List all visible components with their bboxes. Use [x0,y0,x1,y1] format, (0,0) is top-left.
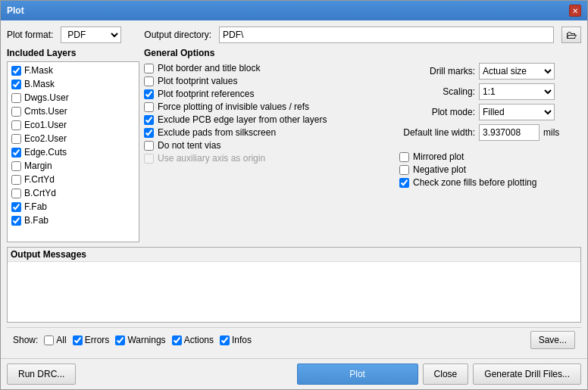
format-select[interactable]: PDF SVG PS DXF HPGL Gerber [61,27,121,43]
option-checkbox-exclude_pads[interactable] [144,128,154,138]
layer-name: Margin [24,161,52,171]
option-checkbox-exclude_pcb_edge[interactable] [144,115,154,125]
layer-checkbox[interactable] [11,175,21,185]
layer-item[interactable]: Dwgs.User [9,91,137,105]
layer-checkbox[interactable] [11,161,21,171]
field-label: Scaling: [399,86,475,97]
option-label-use_aux_axis: Use auxiliary axis as origin [158,153,265,164]
left-panel: Included Layers F.MaskB.MaskDwgs.UserCmt… [7,48,139,242]
browse-folder-button[interactable]: 🗁 [561,27,581,43]
layer-item[interactable]: B.CrtYd [9,186,137,200]
layer-item[interactable]: Cmts.User [9,105,137,118]
layer-name: Eco1.User [24,120,67,130]
layer-checkbox[interactable] [11,107,21,117]
field-select[interactable]: FilledSketch [479,104,555,120]
layer-item[interactable]: B.Mask [9,77,137,91]
field-select[interactable]: 1:11:22:1 [479,83,555,100]
option-checkbox-force_invisible[interactable] [144,102,154,112]
options-right: Drill marks:No drill marksSmallActual si… [399,63,581,242]
option-checkbox-plot_footprint_refs[interactable] [144,89,154,99]
option-row: Force plotting of invisible values / ref… [144,101,392,112]
format-label: Plot format: [7,30,53,40]
filter-label-infos: Infos [232,335,252,345]
option-checkbox-plot_footprint_values[interactable] [144,76,154,86]
output-dir-input[interactable] [219,27,554,43]
layer-checkbox[interactable] [11,202,21,212]
save-button[interactable]: Save... [530,331,575,349]
filter-option-warnings: Warnings [115,335,165,345]
field-label: Default line width: [399,127,475,138]
filter-checkbox-infos[interactable] [220,335,230,345]
layer-item[interactable]: Edge.Cuts [9,145,137,159]
filter-checkbox-all[interactable] [44,335,54,345]
output-messages-content [8,262,580,322]
layer-item[interactable]: Eco2.User [9,132,137,145]
main-content: Plot format: PDF SVG PS DXF HPGL Gerber … [1,20,587,358]
layer-checkbox[interactable] [11,148,21,158]
layer-item[interactable]: F.Mask [9,64,137,77]
option-checkbox-do_not_tent[interactable] [144,141,154,151]
run-drc-button[interactable]: Run DRC... [7,363,76,385]
right-option-checkbox-negative[interactable] [399,165,409,175]
field-row: Scaling:1:11:22:1 [399,83,581,100]
layer-checkbox[interactable] [11,66,21,76]
window-title: Plot [7,5,24,16]
layer-item[interactable]: Eco1.User [9,118,137,132]
option-checkbox-plot_border[interactable] [144,64,154,73]
layer-name: F.Fab [24,201,47,212]
option-checkbox-use_aux_axis[interactable] [144,154,154,164]
options-left: Plot border and title blockPlot footprin… [144,63,392,242]
field-label: Plot mode: [399,107,475,117]
action-buttons: Run DRC... Plot Close Generate Drill Fil… [1,358,587,389]
close-button[interactable]: Close [423,363,469,385]
filter-label-warnings: Warnings [127,335,165,345]
option-row: Exclude pads from silkscreen [144,127,392,138]
filter-option-errors: Errors [73,335,110,345]
layer-name: Edge.Cuts [24,147,67,158]
layer-name: B.Fab [24,215,48,226]
filter-checkbox-actions[interactable] [172,335,182,345]
layer-checkbox[interactable] [11,134,21,144]
option-label-plot_footprint_refs: Plot footprint references [158,89,254,99]
field-label: Drill marks: [399,66,475,76]
right-option-checkbox-check_zone[interactable] [399,178,409,188]
layer-item[interactable]: Margin [9,159,137,173]
layer-name: B.Mask [24,79,55,89]
layer-name: Cmts.User [24,106,67,117]
layers-list: F.MaskB.MaskDwgs.UserCmts.UserEco1.UserE… [7,61,139,242]
field-select[interactable]: No drill marksSmallActual size [479,63,555,80]
option-row: Plot footprint values [144,76,392,86]
field-row: Plot mode:FilledSketch [399,104,581,120]
layer-item[interactable]: B.Fab [9,214,137,227]
filter-options: AllErrorsWarningsActionsInfos [44,335,252,345]
filter-option-infos: Infos [220,335,252,345]
output-dir-label: Output directory: [144,30,211,40]
layers-wrapper: F.MaskB.MaskDwgs.UserCmts.UserEco1.UserE… [7,61,139,242]
layer-item[interactable]: F.Fab [9,200,137,214]
layer-name: Eco2.User [24,133,67,144]
right-option-checkbox-mirrored[interactable] [399,152,409,162]
layer-name: B.CrtYd [24,188,56,198]
layer-checkbox[interactable] [11,189,21,198]
field-row: Default line width:mils [399,124,581,141]
filter-checkbox-warnings[interactable] [115,335,125,345]
options-columns: Plot border and title blockPlot footprin… [144,63,581,242]
layers-group-label: Included Layers [7,48,139,58]
generate-drill-button[interactable]: Generate Drill Files... [473,363,581,385]
close-icon[interactable]: ✕ [569,5,581,17]
layer-checkbox[interactable] [11,80,21,89]
right-option-label-mirrored: Mirrored plot [413,151,464,162]
right-option-label-check_zone: Check zone fills before plotting [413,177,536,188]
field-input[interactable] [479,124,540,141]
layer-item[interactable]: F.CrtYd [9,173,137,186]
layer-checkbox[interactable] [11,93,21,103]
output-messages-label: Output Messages [8,248,580,262]
field-unit: mils [543,127,559,138]
plot-window: Plot ✕ Plot format: PDF SVG PS DXF HPGL … [0,0,588,390]
layer-checkbox[interactable] [11,216,21,226]
option-row: Plot footprint references [144,89,392,99]
filter-checkbox-errors[interactable] [73,335,83,345]
plot-button[interactable]: Plot [297,363,418,385]
layer-checkbox[interactable] [11,120,21,130]
option-label-plot_border: Plot border and title block [158,63,260,73]
